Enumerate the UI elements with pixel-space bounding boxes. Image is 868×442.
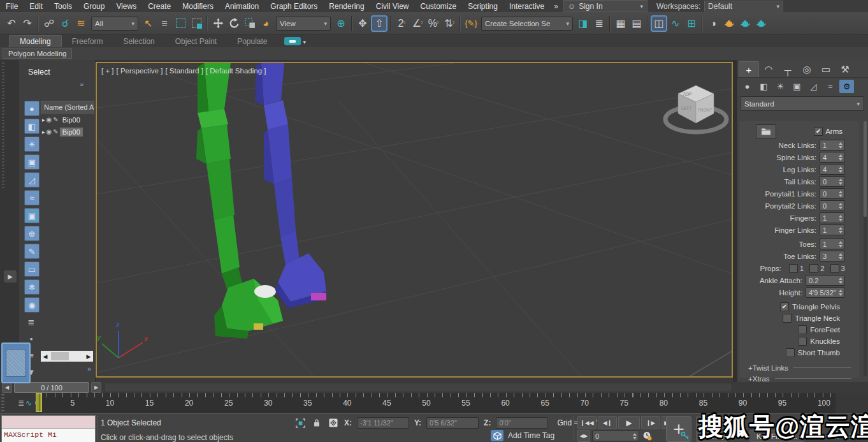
tab-motion[interactable]: ◎ (797, 62, 816, 77)
menu-item[interactable]: Animation (219, 1, 264, 11)
pick-icon[interactable]: ✎ (53, 128, 58, 135)
select-object-icon[interactable]: ↖ (141, 15, 156, 32)
spinner-arrows[interactable] (632, 433, 639, 439)
filter-frozen-icon[interactable]: ❄ (24, 279, 40, 295)
system-category-dropdown[interactable]: Standard ▾ (740, 96, 864, 111)
explorer-footer-chevron[interactable]: » (87, 365, 91, 372)
viewport-label-segment[interactable]: [ Perspective ] (117, 67, 163, 75)
sign-in-dropdown[interactable]: ☺ Sign In ▾ (563, 0, 647, 12)
menu-item[interactable]: Create (142, 1, 177, 11)
scroll-right-icon[interactable]: ▶ (84, 353, 93, 360)
menu-item[interactable]: Scripting (462, 1, 503, 11)
polygon-modeling-panel-tab[interactable]: Polygon Modeling (3, 48, 72, 59)
spinner-field[interactable]: 1 (820, 212, 845, 223)
prop-checkbox[interactable]: 1 (789, 264, 804, 273)
menu-item[interactable]: Interactive (503, 1, 550, 11)
create-geometry-icon[interactable]: ● (740, 80, 755, 93)
percent-snap-toggle-icon[interactable]: %ˀ (426, 15, 441, 32)
spinner-field[interactable]: 0 (820, 200, 845, 211)
explorer-row[interactable]: ▸ ◉ ✎ Bip00 (41, 126, 94, 138)
time-slider-next-button[interactable]: ▶ (91, 382, 101, 393)
explorer-hscrollbar[interactable]: ◀ ▶ (41, 351, 93, 362)
edit-named-selection-sets-icon[interactable]: {✎} (463, 15, 479, 32)
spinner-arrows[interactable] (837, 191, 844, 197)
filter-lights-icon[interactable]: ☀ (24, 136, 40, 152)
create-helpers-icon[interactable]: ◿ (806, 80, 821, 93)
menu-item[interactable]: Graph Editors (264, 1, 323, 11)
maxscript-mini-listener[interactable]: MAXScript Mi (1, 415, 96, 442)
bind-to-spacewarp-icon[interactable]: ≋ (73, 15, 89, 32)
ribbon-tab[interactable]: Freeform (62, 36, 113, 47)
explorer-row[interactable]: ▸ ◉ ✎ Bip00 (41, 114, 94, 126)
redo-button[interactable]: ↷ (20, 15, 35, 32)
named-selection-sets-dropdown[interactable]: Create Selection Se ▾ (481, 17, 573, 31)
chevron-down-icon[interactable]: ▾ (303, 39, 307, 45)
create-shapes-icon[interactable]: ◧ (756, 80, 771, 93)
spinner-field[interactable]: 0 (820, 176, 845, 187)
menu-item[interactable]: Customize (415, 1, 463, 11)
play-button[interactable]: ▶ (618, 416, 640, 429)
selection-region-icon[interactable] (294, 417, 306, 429)
select-by-name-icon[interactable]: ≡ (157, 15, 172, 32)
rendered-frame-window-icon[interactable] (737, 15, 753, 32)
macro-recorder-pane[interactable] (2, 416, 95, 429)
viewport-canvas[interactable]: z x y TOP LEFT FRONT (97, 63, 732, 376)
ankle-attach-field[interactable]: 0.2 (806, 275, 845, 286)
filter-cameras-icon[interactable]: ▣ (24, 154, 40, 170)
absolute-mode-transform-icon[interactable] (328, 417, 339, 429)
viewcube[interactable]: TOP LEFT FRONT (665, 85, 727, 132)
viewport-layout-tab[interactable] (1, 343, 31, 383)
open-figure-file-button[interactable] (756, 124, 776, 139)
open-mini-curve-editor-button[interactable]: ≣∿ (14, 397, 36, 409)
key-mode-toggle[interactable]: ◀▶ (577, 430, 590, 442)
y-coord-field[interactable]: 0'5 6/32" (426, 417, 479, 429)
add-time-tag[interactable]: Add Time Tag (491, 430, 554, 441)
current-frame-field[interactable]: 0 (592, 431, 639, 441)
material-editor-icon[interactable]: ◑ (705, 15, 721, 32)
collapsed-group-header[interactable]: +Twist Links (739, 362, 859, 373)
use-pivot-point-icon[interactable]: ⊕ (333, 15, 349, 32)
z-coord-field[interactable]: 0'0" (496, 417, 548, 429)
selection-lock-icon[interactable] (311, 417, 322, 429)
create-systems-icon[interactable]: ⚙ (839, 80, 854, 93)
visibility-eye-icon[interactable]: ◉ (47, 128, 52, 135)
create-lights-icon[interactable]: ☀ (773, 80, 788, 93)
next-frame-button[interactable]: ❙▶ (641, 416, 660, 429)
tab-create[interactable]: + (739, 61, 759, 77)
tab-modify[interactable]: ◠ (759, 62, 778, 77)
workspace-dropdown[interactable]: Default ▾ (704, 1, 783, 11)
explorer-column-header[interactable]: Name (Sorted A (41, 101, 94, 114)
goto-start-button[interactable]: ❙◀◀ (577, 416, 597, 429)
view-list-icon[interactable]: ≣ (24, 315, 38, 329)
spinner-field[interactable]: 4 (820, 152, 845, 163)
menu-item[interactable]: Tools (48, 1, 78, 11)
angle-snap-toggle-icon[interactable]: ∠ˀ (410, 15, 425, 32)
render-setup-icon[interactable] (721, 15, 737, 32)
option-checkbox[interactable]: ✔ ForeFeet (739, 324, 859, 335)
spinner-arrows[interactable] (837, 227, 844, 233)
viewport-label-segment[interactable]: [ Standard ] (165, 67, 203, 75)
spinner-arrows[interactable] (837, 241, 844, 247)
window-crossing-icon[interactable] (189, 15, 204, 32)
spinner-arrows[interactable] (837, 203, 844, 209)
ribbon-tab[interactable]: Populate (227, 36, 277, 47)
selection-filter-dropdown[interactable]: All ▾ (91, 17, 138, 31)
scrollbar-thumb[interactable] (864, 121, 867, 217)
perspective-viewport[interactable]: [ + ][ Perspective ][ Standard ][ Defaul… (96, 62, 733, 378)
menu-item[interactable]: Group (78, 1, 110, 11)
spinner-arrows[interactable] (837, 166, 844, 173)
spinner-field[interactable]: 1 (820, 140, 845, 151)
rectangular-selection-region-icon[interactable] (173, 15, 188, 32)
tab-utilities[interactable]: ⚒ (835, 62, 855, 77)
explorer-more-chevron[interactable]: » (80, 80, 83, 88)
set-keys-button[interactable]: + (666, 416, 691, 442)
spinner-arrows[interactable] (837, 179, 844, 185)
visibility-eye-icon[interactable]: ◉ (47, 116, 52, 123)
spinner-arrows[interactable] (837, 253, 844, 260)
select-and-rotate-icon[interactable] (226, 15, 242, 32)
menu-overflow-chevron[interactable]: » (550, 2, 562, 11)
biped-footstep-marker-magenta[interactable] (311, 293, 326, 300)
spinner-field[interactable]: 4 (820, 164, 845, 175)
undo-button[interactable]: ↶ (4, 15, 19, 32)
option-checkbox[interactable]: ✔ Triangle Pelvis (739, 301, 859, 313)
